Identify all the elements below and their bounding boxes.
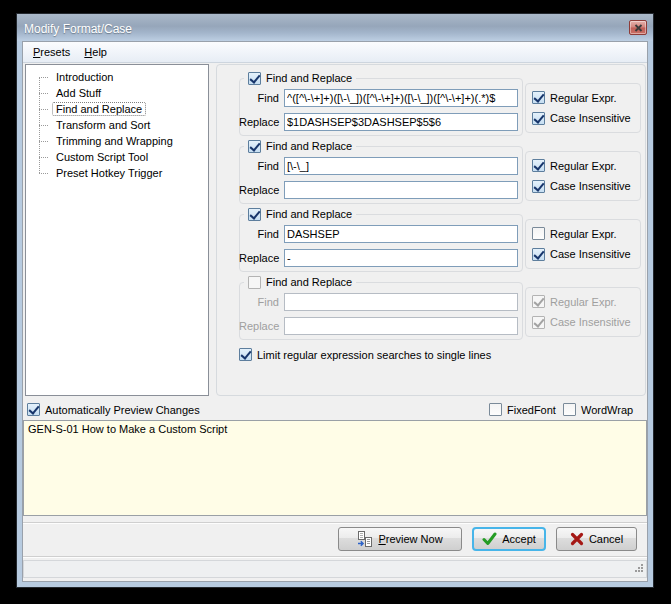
- find-replace-group-1: Find and Replace Find Replace Regular Ex…: [217, 71, 647, 139]
- replace-input[interactable]: [284, 181, 518, 199]
- main-panel: Find and Replace Find Replace Regular Ex…: [216, 64, 646, 396]
- replace-label: Replace: [239, 184, 279, 196]
- close-icon: [634, 24, 643, 32]
- titlebar[interactable]: Modify Format/Case: [17, 14, 653, 41]
- group-enable-checkbox[interactable]: [248, 72, 261, 85]
- statusbar: [23, 560, 647, 578]
- case-insensitive-checkbox[interactable]: Case Insensitive: [532, 248, 640, 261]
- separator: [23, 522, 647, 524]
- find-label: Find: [239, 296, 279, 308]
- regular-expr-checkbox: Regular Expr.: [532, 295, 640, 308]
- checkbox-indicator: [532, 91, 545, 104]
- menubar: Presets Help: [23, 42, 647, 63]
- checkbox-indicator: [532, 112, 545, 125]
- sidebar-item-preset-hotkey-trigger[interactable]: Preset Hotkey Trigger: [26, 165, 208, 181]
- regular-expr-checkbox[interactable]: Regular Expr.: [532, 91, 640, 104]
- dialog-window: Modify Format/Case Presets Help Introduc…: [16, 13, 654, 588]
- sidebar-item-find-and-replace[interactable]: Find and Replace: [26, 101, 208, 117]
- find-replace-group-3: Find and Replace Find Replace Regular Ex…: [217, 207, 647, 275]
- group-legend-label: Find and Replace: [266, 208, 352, 220]
- button-row: Preview Now Accept Cancel: [23, 527, 647, 551]
- resize-grip[interactable]: [633, 562, 644, 575]
- accept-button[interactable]: Accept: [472, 527, 546, 551]
- group-options-panel: Regular Expr. Case Insensitive: [525, 151, 641, 201]
- word-wrap-checkbox[interactable]: WordWrap: [563, 403, 633, 416]
- case-insensitive-checkbox: Case Insensitive: [532, 316, 640, 329]
- group-legend-label: Find and Replace: [266, 72, 352, 84]
- find-input[interactable]: [284, 89, 518, 107]
- checkbox-indicator: [563, 403, 576, 416]
- checkbox-indicator: [532, 180, 545, 193]
- checkbox-indicator: [532, 159, 545, 172]
- group-enable-checkbox[interactable]: [248, 208, 261, 221]
- group-legend-label: Find and Replace: [266, 140, 352, 152]
- replace-input[interactable]: [284, 249, 518, 267]
- group-legend: Find and Replace: [244, 275, 356, 289]
- preview-now-button[interactable]: Preview Now: [338, 527, 462, 551]
- limit-single-lines-checkbox[interactable]: Limit regular expression searches to sin…: [239, 348, 491, 361]
- dialog-client-area: Introduction Add Stuff Find and Replace …: [23, 63, 647, 581]
- find-replace-group-4: Find and Replace Find Replace Regular Ex…: [217, 275, 647, 343]
- group-options-panel: Regular Expr. Case Insensitive: [525, 287, 641, 337]
- group-legend: Find and Replace: [244, 71, 356, 85]
- separator: [23, 556, 647, 558]
- find-replace-group-2: Find and Replace Find Replace Regular Ex…: [217, 139, 647, 207]
- sidebar-item-transform-and-sort[interactable]: Transform and Sort: [26, 117, 208, 133]
- menu-item-help[interactable]: Help: [77, 44, 114, 60]
- checkbox-indicator: [532, 295, 545, 308]
- checkbox-indicator: [239, 348, 252, 361]
- replace-input[interactable]: [284, 113, 518, 131]
- group-legend: Find and Replace: [244, 207, 356, 221]
- checkbox-indicator: [532, 316, 545, 329]
- cancel-button[interactable]: Cancel: [556, 527, 637, 551]
- group-legend-label: Find and Replace: [266, 276, 352, 288]
- find-label: Find: [239, 160, 279, 172]
- sidebar-item-custom-script-tool[interactable]: Custom Script Tool: [26, 149, 208, 165]
- case-insensitive-checkbox[interactable]: Case Insensitive: [532, 112, 640, 125]
- checkbox-indicator: [532, 248, 545, 261]
- group-options-panel: Regular Expr. Case Insensitive: [525, 83, 641, 133]
- regular-expr-checkbox[interactable]: Regular Expr.: [532, 227, 640, 240]
- sidebar-tree: Introduction Add Stuff Find and Replace …: [25, 64, 209, 396]
- menu-item-presets[interactable]: Presets: [26, 44, 77, 60]
- group-enable-checkbox[interactable]: [248, 276, 261, 289]
- replace-label: Replace: [239, 320, 279, 332]
- replace-label: Replace: [239, 252, 279, 264]
- find-label: Find: [239, 228, 279, 240]
- check-icon: [482, 532, 497, 546]
- replace-input: [284, 317, 518, 335]
- sidebar-item-introduction[interactable]: Introduction: [26, 69, 208, 85]
- auto-preview-checkbox[interactable]: Automatically Preview Changes: [27, 403, 200, 416]
- x-icon: [570, 532, 584, 546]
- replace-label: Replace: [239, 116, 279, 128]
- checkbox-indicator: [27, 403, 40, 416]
- window-title: Modify Format/Case: [17, 20, 132, 36]
- preview-now-icon: [357, 531, 373, 547]
- case-insensitive-checkbox[interactable]: Case Insensitive: [532, 180, 640, 193]
- find-label: Find: [239, 92, 279, 104]
- group-legend: Find and Replace: [244, 139, 356, 153]
- sidebar-item-trimming-and-wrapping[interactable]: Trimming and Wrapping: [26, 133, 208, 149]
- group-enable-checkbox[interactable]: [248, 140, 261, 153]
- sidebar-item-add-stuff[interactable]: Add Stuff: [26, 85, 208, 101]
- close-button[interactable]: [629, 20, 647, 35]
- checkbox-indicator: [532, 227, 545, 240]
- window-frame: Presets Help Introduction Add Stuff Find…: [17, 41, 653, 587]
- checkbox-indicator: [489, 403, 502, 416]
- find-input[interactable]: [284, 225, 518, 243]
- fixed-font-checkbox[interactable]: FixedFont: [489, 403, 556, 416]
- group-options-panel: Regular Expr. Case Insensitive: [525, 219, 641, 269]
- window-content: Presets Help Introduction Add Stuff Find…: [22, 41, 648, 582]
- regular-expr-checkbox[interactable]: Regular Expr.: [532, 159, 640, 172]
- preview-textarea[interactable]: GEN-S-01 How to Make a Custom Script: [23, 420, 647, 516]
- find-input[interactable]: [284, 157, 518, 175]
- find-input: [284, 293, 518, 311]
